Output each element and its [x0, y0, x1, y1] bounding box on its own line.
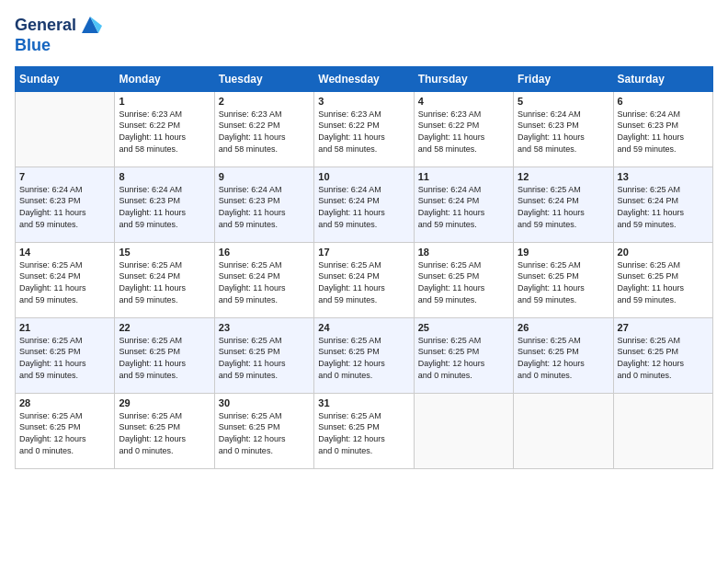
col-header-saturday: Saturday — [613, 66, 712, 91]
day-number: 21 — [19, 322, 110, 333]
day-cell: 16Sunrise: 6:25 AM Sunset: 6:24 PM Dayli… — [214, 242, 313, 317]
header-row: SundayMondayTuesdayWednesdayThursdayFrid… — [16, 66, 713, 91]
day-info: Sunrise: 6:25 AM Sunset: 6:24 PM Dayligh… — [518, 184, 609, 230]
day-cell: 5Sunrise: 6:24 AM Sunset: 6:23 PM Daylig… — [514, 91, 613, 167]
page-container: General Blue SundayMondayTuesdayWednesda… — [0, 0, 728, 477]
day-number: 14 — [19, 247, 110, 258]
day-info: Sunrise: 6:25 AM Sunset: 6:25 PM Dayligh… — [618, 259, 709, 305]
day-info: Sunrise: 6:25 AM Sunset: 6:24 PM Dayligh… — [19, 259, 110, 305]
col-header-thursday: Thursday — [414, 66, 513, 91]
week-row-5: 28Sunrise: 6:25 AM Sunset: 6:25 PM Dayli… — [16, 393, 713, 468]
day-cell: 18Sunrise: 6:25 AM Sunset: 6:25 PM Dayli… — [414, 242, 513, 317]
day-cell — [16, 91, 115, 167]
day-number: 28 — [19, 397, 110, 408]
day-number: 1 — [119, 96, 210, 107]
col-header-tuesday: Tuesday — [214, 66, 313, 91]
day-cell: 25Sunrise: 6:25 AM Sunset: 6:25 PM Dayli… — [414, 317, 513, 393]
day-info: Sunrise: 6:25 AM Sunset: 6:25 PM Dayligh… — [518, 335, 609, 381]
logo-general: General — [15, 17, 76, 35]
day-number: 24 — [318, 322, 409, 333]
day-cell: 14Sunrise: 6:25 AM Sunset: 6:24 PM Dayli… — [16, 242, 115, 317]
day-cell: 12Sunrise: 6:25 AM Sunset: 6:24 PM Dayli… — [514, 167, 613, 242]
day-info: Sunrise: 6:23 AM Sunset: 6:22 PM Dayligh… — [119, 109, 210, 155]
day-cell: 8Sunrise: 6:24 AM Sunset: 6:23 PM Daylig… — [115, 167, 214, 242]
day-info: Sunrise: 6:25 AM Sunset: 6:25 PM Dayligh… — [19, 335, 110, 381]
day-info: Sunrise: 6:25 AM Sunset: 6:25 PM Dayligh… — [219, 335, 310, 381]
day-info: Sunrise: 6:25 AM Sunset: 6:24 PM Dayligh… — [119, 259, 210, 305]
day-number: 23 — [219, 322, 310, 333]
day-number: 29 — [119, 397, 210, 408]
week-row-2: 7Sunrise: 6:24 AM Sunset: 6:23 PM Daylig… — [16, 167, 713, 242]
day-cell: 11Sunrise: 6:24 AM Sunset: 6:24 PM Dayli… — [414, 167, 513, 242]
day-cell: 28Sunrise: 6:25 AM Sunset: 6:25 PM Dayli… — [16, 393, 115, 468]
header: General Blue — [15, 15, 713, 55]
day-cell: 20Sunrise: 6:25 AM Sunset: 6:25 PM Dayli… — [613, 242, 712, 317]
logo-icon — [78, 13, 102, 37]
day-cell: 10Sunrise: 6:24 AM Sunset: 6:24 PM Dayli… — [314, 167, 414, 242]
day-number: 22 — [119, 322, 210, 333]
day-cell — [514, 393, 613, 468]
week-row-4: 21Sunrise: 6:25 AM Sunset: 6:25 PM Dayli… — [16, 317, 713, 393]
day-cell: 6Sunrise: 6:24 AM Sunset: 6:23 PM Daylig… — [613, 91, 712, 167]
day-number: 10 — [318, 171, 409, 182]
day-cell: 21Sunrise: 6:25 AM Sunset: 6:25 PM Dayli… — [16, 317, 115, 393]
day-cell: 7Sunrise: 6:24 AM Sunset: 6:23 PM Daylig… — [16, 167, 115, 242]
day-info: Sunrise: 6:24 AM Sunset: 6:24 PM Dayligh… — [318, 184, 409, 230]
day-info: Sunrise: 6:25 AM Sunset: 6:25 PM Dayligh… — [418, 335, 509, 381]
week-row-1: 1Sunrise: 6:23 AM Sunset: 6:22 PM Daylig… — [16, 91, 713, 167]
day-number: 31 — [318, 397, 409, 408]
col-header-monday: Monday — [115, 66, 214, 91]
day-number: 16 — [219, 247, 310, 258]
day-info: Sunrise: 6:24 AM Sunset: 6:23 PM Dayligh… — [518, 109, 609, 155]
day-info: Sunrise: 6:25 AM Sunset: 6:25 PM Dayligh… — [219, 410, 310, 456]
day-info: Sunrise: 6:25 AM Sunset: 6:24 PM Dayligh… — [219, 259, 310, 305]
day-cell: 13Sunrise: 6:25 AM Sunset: 6:24 PM Dayli… — [613, 167, 712, 242]
week-row-3: 14Sunrise: 6:25 AM Sunset: 6:24 PM Dayli… — [16, 242, 713, 317]
day-cell: 9Sunrise: 6:24 AM Sunset: 6:23 PM Daylig… — [214, 167, 313, 242]
day-cell: 27Sunrise: 6:25 AM Sunset: 6:25 PM Dayli… — [613, 317, 712, 393]
day-info: Sunrise: 6:25 AM Sunset: 6:25 PM Dayligh… — [119, 335, 210, 381]
day-info: Sunrise: 6:24 AM Sunset: 6:23 PM Dayligh… — [219, 184, 310, 230]
day-cell: 30Sunrise: 6:25 AM Sunset: 6:25 PM Dayli… — [214, 393, 313, 468]
col-header-wednesday: Wednesday — [314, 66, 414, 91]
day-info: Sunrise: 6:25 AM Sunset: 6:25 PM Dayligh… — [318, 410, 409, 456]
day-info: Sunrise: 6:25 AM Sunset: 6:24 PM Dayligh… — [318, 259, 409, 305]
day-cell — [414, 393, 513, 468]
day-cell: 15Sunrise: 6:25 AM Sunset: 6:24 PM Dayli… — [115, 242, 214, 317]
day-number: 20 — [618, 247, 709, 258]
day-cell: 3Sunrise: 6:23 AM Sunset: 6:22 PM Daylig… — [314, 91, 414, 167]
logo-blue: Blue — [15, 37, 102, 55]
day-number: 7 — [19, 171, 110, 182]
day-cell: 24Sunrise: 6:25 AM Sunset: 6:25 PM Dayli… — [314, 317, 414, 393]
logo: General Blue — [15, 15, 102, 55]
day-info: Sunrise: 6:25 AM Sunset: 6:25 PM Dayligh… — [418, 259, 509, 305]
day-cell: 1Sunrise: 6:23 AM Sunset: 6:22 PM Daylig… — [115, 91, 214, 167]
day-info: Sunrise: 6:25 AM Sunset: 6:25 PM Dayligh… — [318, 335, 409, 381]
day-cell: 29Sunrise: 6:25 AM Sunset: 6:25 PM Dayli… — [115, 393, 214, 468]
day-number: 8 — [119, 171, 210, 182]
day-number: 15 — [119, 247, 210, 258]
day-number: 19 — [518, 247, 609, 258]
calendar-table: SundayMondayTuesdayWednesdayThursdayFrid… — [15, 66, 713, 469]
day-cell: 2Sunrise: 6:23 AM Sunset: 6:22 PM Daylig… — [214, 91, 313, 167]
day-number: 5 — [518, 96, 609, 107]
day-cell: 23Sunrise: 6:25 AM Sunset: 6:25 PM Dayli… — [214, 317, 313, 393]
day-info: Sunrise: 6:24 AM Sunset: 6:23 PM Dayligh… — [119, 184, 210, 230]
day-info: Sunrise: 6:23 AM Sunset: 6:22 PM Dayligh… — [219, 109, 310, 155]
day-number: 18 — [418, 247, 509, 258]
col-header-friday: Friday — [514, 66, 613, 91]
day-number: 11 — [418, 171, 509, 182]
day-info: Sunrise: 6:25 AM Sunset: 6:25 PM Dayligh… — [518, 259, 609, 305]
day-info: Sunrise: 6:24 AM Sunset: 6:23 PM Dayligh… — [19, 184, 110, 230]
day-number: 30 — [219, 397, 310, 408]
day-info: Sunrise: 6:25 AM Sunset: 6:25 PM Dayligh… — [19, 410, 110, 456]
day-cell: 31Sunrise: 6:25 AM Sunset: 6:25 PM Dayli… — [314, 393, 414, 468]
logo-text-block: General Blue — [15, 15, 102, 55]
day-info: Sunrise: 6:23 AM Sunset: 6:22 PM Dayligh… — [418, 109, 509, 155]
day-number: 25 — [418, 322, 509, 333]
day-number: 12 — [518, 171, 609, 182]
day-info: Sunrise: 6:25 AM Sunset: 6:25 PM Dayligh… — [119, 410, 210, 456]
day-number: 3 — [318, 96, 409, 107]
day-info: Sunrise: 6:24 AM Sunset: 6:23 PM Dayligh… — [618, 109, 709, 155]
day-number: 27 — [618, 322, 709, 333]
